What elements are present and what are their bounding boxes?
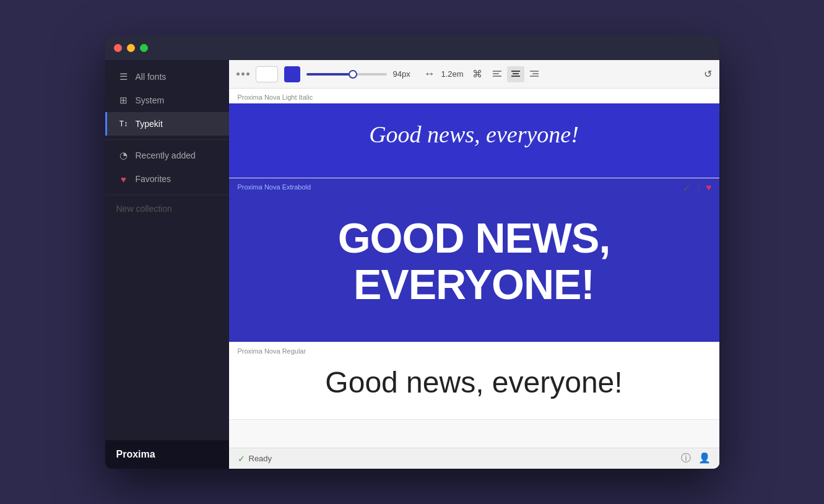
- font-previews: Proxima Nova Light Italic Good news, eve…: [229, 89, 719, 448]
- traffic-lights: [114, 44, 148, 52]
- font-card-regular: Proxima Nova Regular Good news, everyone…: [229, 342, 719, 420]
- svg-rect-6: [530, 71, 539, 72]
- align-left-icon: [493, 71, 501, 78]
- sidebar-item-label: All fonts: [136, 72, 167, 82]
- check-icon[interactable]: ✓: [683, 182, 691, 194]
- font-card-actions: ✓ ↑ ♥: [683, 182, 712, 194]
- font-size-value: 94px: [393, 69, 418, 79]
- status-icons: ⓘ 👤: [681, 452, 711, 465]
- slider-thumb: [349, 70, 357, 79]
- new-collection-label: New collection: [116, 204, 172, 214]
- sidebar-divider: [105, 139, 229, 140]
- align-group: [488, 66, 543, 82]
- toolbar: 94px ↔ 1.2em ⌘: [229, 60, 719, 89]
- size-slider-container: [306, 73, 387, 76]
- color-swatch[interactable]: [284, 66, 300, 82]
- align-right-button[interactable]: [526, 66, 543, 82]
- align-left-button[interactable]: [488, 66, 506, 82]
- svg-rect-8: [530, 76, 539, 77]
- sidebar-item-all-fonts[interactable]: ☰ All fonts: [105, 65, 229, 89]
- typekit-icon: T↕: [118, 118, 129, 129]
- sidebar-item-label: System: [136, 95, 165, 105]
- letter-spacing-value: 1.2em: [441, 69, 466, 79]
- font-card-label: Proxima Nova Regular: [229, 342, 719, 357]
- preview-text: Good news, everyone!: [325, 365, 622, 399]
- svg-rect-7: [532, 73, 539, 74]
- recent-icon: ◔: [118, 150, 129, 161]
- title-bar: [105, 35, 719, 60]
- toolbar-dots[interactable]: [236, 72, 249, 76]
- status-bar: ✓ Ready ⓘ 👤: [229, 448, 719, 469]
- font-preview-area: Good news, everyone!: [229, 357, 719, 419]
- svg-rect-2: [493, 76, 501, 77]
- sidebar: ☰ All fonts ⊞ System T↕ Typekit ◔ Recent…: [105, 60, 229, 469]
- font-card-label: Proxima Nova Light Italic: [229, 89, 719, 103]
- preview-text: Good news, everyone!: [369, 121, 579, 148]
- size-slider[interactable]: [306, 73, 387, 76]
- font-card-label: Proxima Nova Extrabold: [229, 178, 719, 193]
- width-icon: ↔: [424, 67, 435, 80]
- sidebar-footer-label: Proxima: [116, 449, 155, 459]
- text-preview-box[interactable]: [256, 66, 278, 82]
- align-right-icon: [530, 71, 539, 78]
- sidebar-item-label: Favorites: [136, 174, 171, 184]
- toolbar-dot: [236, 72, 240, 76]
- sidebar-item-label: Recently added: [136, 150, 196, 160]
- sidebar-nav: ☰ All fonts ⊞ System T↕ Typekit ◔ Recent…: [105, 60, 229, 440]
- font-card-light-italic: Proxima Nova Light Italic Good news, eve…: [229, 89, 719, 178]
- sidebar-footer: Proxima: [105, 440, 229, 469]
- preview-text: GOOD NEWS,EVERYONE!: [338, 215, 610, 308]
- sidebar-item-label: Typekit: [136, 119, 163, 129]
- font-card-extrabold: Proxima Nova Extrabold ✓ ↑ ♥ GOOD NEWS,E…: [229, 178, 719, 342]
- heart-filled-icon[interactable]: ♥: [706, 182, 712, 194]
- maximize-button[interactable]: [140, 44, 148, 52]
- close-button[interactable]: [114, 44, 122, 52]
- minimize-button[interactable]: [127, 44, 135, 52]
- toolbar-dot: [241, 72, 245, 76]
- svg-rect-0: [493, 71, 501, 72]
- new-collection-item[interactable]: New collection: [105, 199, 229, 219]
- sidebar-item-typekit[interactable]: T↕ Typekit: [105, 112, 229, 136]
- info-icon[interactable]: ⓘ: [681, 452, 691, 465]
- sidebar-item-recently-added[interactable]: ◔ Recently added: [105, 144, 229, 167]
- hamburger-icon: ☰: [118, 71, 129, 82]
- refresh-icon[interactable]: ↺: [704, 68, 712, 80]
- system-icon: ⊞: [118, 95, 129, 106]
- status-check-icon: ✓: [238, 454, 245, 464]
- font-preview-area: Good news, everyone!: [229, 103, 719, 178]
- svg-rect-5: [511, 76, 520, 77]
- svg-rect-1: [493, 73, 499, 74]
- heart-icon: ♥: [118, 173, 129, 185]
- sidebar-item-favorites[interactable]: ♥ Favorites: [105, 167, 229, 191]
- link-icon[interactable]: ⌘: [472, 68, 482, 80]
- align-center-button[interactable]: [507, 66, 524, 82]
- right-panel: 94px ↔ 1.2em ⌘: [229, 60, 719, 469]
- toolbar-dot: [246, 72, 249, 76]
- main-content: ☰ All fonts ⊞ System T↕ Typekit ◔ Recent…: [105, 60, 719, 469]
- pin-icon[interactable]: ↑: [696, 182, 701, 194]
- user-icon[interactable]: 👤: [698, 452, 711, 465]
- align-center-icon: [511, 71, 520, 78]
- font-preview-area: GOOD NEWS,EVERYONE!: [229, 193, 719, 342]
- sidebar-item-system[interactable]: ⊞ System: [105, 89, 229, 112]
- sidebar-divider-2: [105, 194, 229, 195]
- svg-rect-3: [511, 71, 520, 72]
- app-window: ☰ All fonts ⊞ System T↕ Typekit ◔ Recent…: [105, 35, 719, 469]
- svg-rect-4: [513, 73, 519, 74]
- status-text: Ready: [249, 454, 272, 463]
